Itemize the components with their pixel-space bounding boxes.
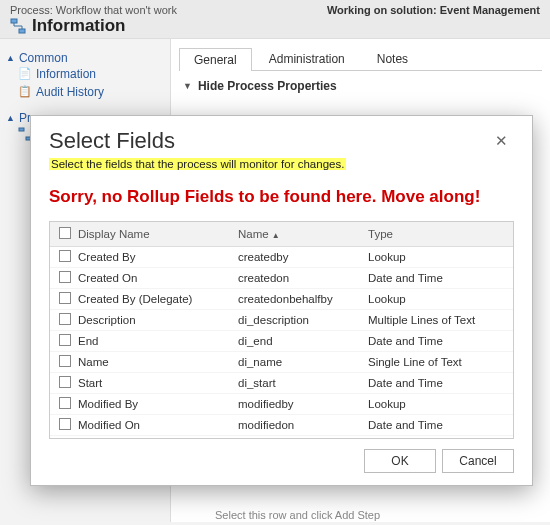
row-checkbox[interactable] bbox=[54, 334, 76, 348]
page-title-text: Information bbox=[32, 16, 126, 36]
tab-administration[interactable]: Administration bbox=[254, 47, 360, 70]
row-checkbox[interactable] bbox=[54, 376, 76, 390]
triangle-down-icon: ▼ bbox=[183, 81, 192, 91]
row-checkbox[interactable] bbox=[54, 418, 76, 432]
row-checkbox[interactable] bbox=[54, 355, 76, 369]
cell-type: Multiple Lines of Text bbox=[368, 314, 509, 326]
column-header-name-text: Name bbox=[238, 228, 269, 240]
cell-display-name: Description bbox=[76, 314, 238, 326]
document-icon: 📄 bbox=[18, 67, 32, 81]
table-row[interactable]: Modified BymodifiedbyLookup bbox=[50, 394, 513, 415]
dialog-title: Select Fields bbox=[49, 128, 489, 154]
solution-context: Working on solution: Event Management bbox=[327, 4, 540, 16]
column-header-display-name[interactable]: Display Name bbox=[76, 228, 238, 240]
table-row[interactable]: Created OncreatedonDate and Time bbox=[50, 268, 513, 289]
sort-asc-icon: ▲ bbox=[272, 231, 280, 240]
cell-display-name: Modified On bbox=[76, 419, 238, 431]
table-row[interactable]: Enddi_endDate and Time bbox=[50, 331, 513, 352]
cell-name: modifiedon bbox=[238, 419, 368, 431]
cell-name: createdon bbox=[238, 272, 368, 284]
cell-name: di_name bbox=[238, 356, 368, 368]
cell-type: Lookup bbox=[368, 293, 509, 305]
grid-body[interactable]: Created BycreatedbyLookupCreated Oncreat… bbox=[50, 247, 513, 437]
chevron-down-icon: ▲ bbox=[6, 53, 15, 63]
ok-button[interactable]: OK bbox=[364, 449, 436, 473]
workflow-icon bbox=[10, 18, 26, 34]
grid-header: Display Name Name▲ Type bbox=[50, 222, 513, 247]
cell-type: Date and Time bbox=[368, 335, 509, 347]
cell-display-name: Created By bbox=[76, 251, 238, 263]
column-header-name[interactable]: Name▲ bbox=[238, 228, 368, 240]
table-row[interactable]: Modified By (Delegate)modifiedonbehalfby… bbox=[50, 436, 513, 437]
sidebar-item-information[interactable]: 📄 Information bbox=[6, 65, 164, 83]
cell-type: Date and Time bbox=[368, 419, 509, 431]
sidebar-item-label: Audit History bbox=[36, 85, 104, 99]
hide-process-properties-toggle[interactable]: ▼ Hide Process Properties bbox=[179, 71, 542, 101]
sidebar-group-common[interactable]: ▲ Common bbox=[6, 51, 164, 65]
cell-name: di_description bbox=[238, 314, 368, 326]
row-checkbox[interactable] bbox=[54, 292, 76, 306]
tab-general[interactable]: General bbox=[179, 48, 252, 71]
page-title: Information bbox=[10, 16, 327, 36]
select-all-checkbox[interactable] bbox=[54, 227, 76, 241]
cell-display-name: Created By (Delegate) bbox=[76, 293, 238, 305]
cell-name: di_end bbox=[238, 335, 368, 347]
sidebar-group-label: Common bbox=[19, 51, 68, 65]
page-header: Process: Workflow that won't work Inform… bbox=[0, 0, 550, 39]
cell-display-name: Modified By bbox=[76, 398, 238, 410]
process-name: Process: Workflow that won't work bbox=[10, 4, 327, 16]
cell-name: createdonbehalfby bbox=[238, 293, 368, 305]
sidebar-item-audit-history[interactable]: 📋 Audit History bbox=[6, 83, 164, 101]
close-icon[interactable]: ✕ bbox=[489, 128, 514, 154]
tab-notes[interactable]: Notes bbox=[362, 47, 423, 70]
chevron-down-icon: ▲ bbox=[6, 113, 15, 123]
cell-type: Lookup bbox=[368, 398, 509, 410]
cell-name: createdby bbox=[238, 251, 368, 263]
row-checkbox[interactable] bbox=[54, 397, 76, 411]
column-header-type[interactable]: Type bbox=[368, 228, 509, 240]
table-row[interactable]: Modified OnmodifiedonDate and Time bbox=[50, 415, 513, 436]
svg-rect-1 bbox=[19, 29, 25, 33]
select-fields-dialog: Select Fields ✕ Select the fields that t… bbox=[30, 115, 533, 486]
svg-rect-0 bbox=[11, 19, 17, 23]
cell-display-name: Created On bbox=[76, 272, 238, 284]
cell-name: di_start bbox=[238, 377, 368, 389]
table-row[interactable]: Descriptiondi_descriptionMultiple Lines … bbox=[50, 310, 513, 331]
table-row[interactable]: Startdi_startDate and Time bbox=[50, 373, 513, 394]
add-step-hint: Select this row and click Add Step bbox=[215, 509, 380, 521]
tab-bar: General Administration Notes bbox=[179, 47, 542, 71]
cancel-button[interactable]: Cancel bbox=[442, 449, 514, 473]
cell-type: Lookup bbox=[368, 251, 509, 263]
cell-display-name: End bbox=[76, 335, 238, 347]
cell-display-name: Start bbox=[76, 377, 238, 389]
row-checkbox[interactable] bbox=[54, 313, 76, 327]
table-row[interactable]: Namedi_nameSingle Line of Text bbox=[50, 352, 513, 373]
table-row[interactable]: Created By (Delegate)createdonbehalfbyLo… bbox=[50, 289, 513, 310]
cell-type: Date and Time bbox=[368, 377, 509, 389]
dialog-subtitle: Select the fields that the process will … bbox=[49, 158, 346, 170]
cell-name: modifiedby bbox=[238, 398, 368, 410]
hide-process-properties-label: Hide Process Properties bbox=[198, 79, 337, 93]
clipboard-icon: 📋 bbox=[18, 85, 32, 99]
fields-grid: Display Name Name▲ Type Created Bycreate… bbox=[49, 221, 514, 439]
svg-rect-2 bbox=[19, 128, 24, 131]
cell-type: Date and Time bbox=[368, 272, 509, 284]
sidebar-item-label: Information bbox=[36, 67, 96, 81]
row-checkbox[interactable] bbox=[54, 271, 76, 285]
row-checkbox[interactable] bbox=[54, 250, 76, 264]
cell-type: Single Line of Text bbox=[368, 356, 509, 368]
cell-display-name: Name bbox=[76, 356, 238, 368]
annotation-text: Sorry, no Rollup Fields to be found here… bbox=[49, 186, 514, 207]
table-row[interactable]: Created BycreatedbyLookup bbox=[50, 247, 513, 268]
